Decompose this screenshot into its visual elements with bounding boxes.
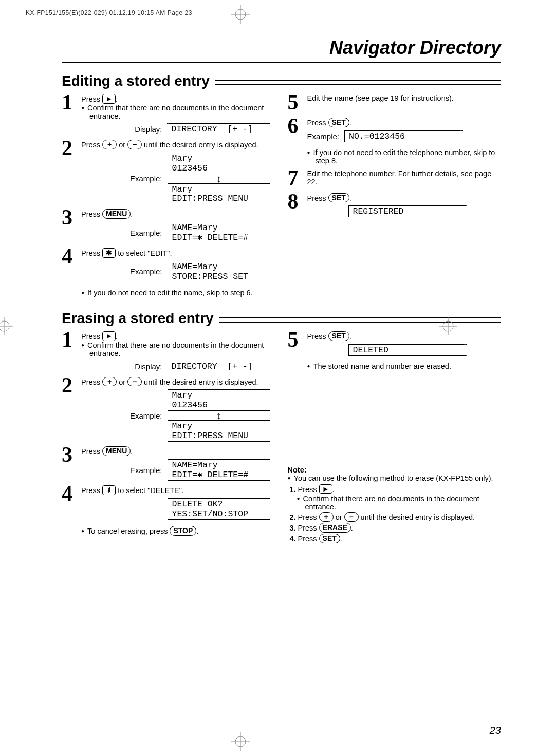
- edit-step-5: 5 Edit the name (see page 19 for instruc…: [288, 92, 502, 113]
- erase-step-4: 4 Press ♯ to select "DELETE". DELETE OK?…: [62, 484, 275, 536]
- lcd-delete-ok: DELETE OK? YES:SET/NO:STOP: [168, 498, 270, 520]
- lcd-mary-num: Mary 0123456: [168, 389, 270, 411]
- section-erasing: Erasing a stored entry: [62, 310, 501, 327]
- set-key: SET: [328, 118, 349, 127]
- crop-mark: [0, 317, 13, 335]
- lcd-mary-num: Mary 0123456: [168, 153, 270, 174]
- hash-key: ♯: [102, 485, 116, 495]
- erase-key: ERASE: [319, 523, 351, 533]
- erase-step-1: 1 Press ►. Confirm that there are no doc…: [62, 330, 275, 372]
- play-icon: ►: [102, 94, 116, 104]
- note-steps: Press ►. Confirm that there are no docum…: [288, 484, 502, 543]
- edit-step-7: 7 Edit the telephone number. For further…: [288, 168, 502, 188]
- set-key: SET: [328, 331, 349, 341]
- page-title-bar: Navigator Directory: [62, 37, 501, 63]
- lcd-name-edit-delete: NAME=Mary EDIT=✱ DELETE=#: [168, 222, 270, 243]
- page-number: 23: [490, 725, 501, 736]
- menu-key: MENU: [102, 446, 131, 456]
- set-key: SET: [328, 193, 349, 203]
- erase-step-5: 5 Press SET. DELETED The stored name and…: [288, 330, 502, 370]
- menu-key: MENU: [102, 209, 131, 219]
- updown-icon: ↨: [168, 175, 270, 183]
- lcd-mary-edit: Mary EDIT:PRESS MENU: [168, 183, 270, 205]
- lcd-no-number: NO.=0123456: [344, 130, 462, 142]
- play-icon: ►: [102, 331, 116, 341]
- page-title: Navigator Directory: [62, 37, 501, 59]
- erase-step-2: 2 Press + or − until the desired entry i…: [62, 375, 275, 442]
- crop-mark: [231, 732, 250, 751]
- section-editing: Editing a stored entry: [62, 73, 501, 89]
- asterisk-key: ✱: [102, 248, 116, 258]
- plus-icon: +: [319, 512, 334, 522]
- crop-mark: [439, 317, 457, 335]
- play-icon: ►: [319, 484, 332, 494]
- edit-step-6: 6 Press SET. Example: NO.=0123456 If you…: [288, 116, 502, 165]
- set-key: SET: [319, 534, 340, 543]
- erase-step-3: 3 Press MENU. Example: NAME=Mary EDIT=✱ …: [62, 445, 275, 481]
- edit-step-4: 4 Press ✱ to select "EDIT". Example: NAM…: [62, 247, 275, 297]
- lcd-directory: DIRECTORY [+ -]: [168, 123, 270, 135]
- edit-step-1: 1 Press ►. Confirm that there are no doc…: [62, 92, 275, 135]
- crop-mark: [231, 5, 250, 24]
- edit-step-8: 8 Press SET. REGISTERED: [288, 192, 502, 218]
- note-heading: Note:: [288, 466, 502, 474]
- edit-step-3: 3 Press MENU. Example: NAME=Mary EDIT=✱ …: [62, 207, 275, 243]
- plus-icon: +: [102, 140, 117, 149]
- minus-icon: −: [127, 377, 142, 387]
- lcd-registered: REGISTERED: [348, 205, 467, 217]
- edit-step-2: 2 Press + or − until the desired entry i…: [62, 138, 275, 205]
- header-code: KX-FP151/155(E)(022-029) 01.12.19 10:15 …: [26, 9, 192, 16]
- lcd-name-store: NAME=Mary STORE:PRESS SET: [168, 261, 270, 282]
- minus-icon: −: [344, 512, 359, 522]
- lcd-name-edit-delete: NAME=Mary EDIT=✱ DELETE=#: [168, 459, 270, 481]
- minus-icon: −: [127, 140, 142, 149]
- plus-icon: +: [102, 377, 117, 387]
- stop-key: STOP: [170, 526, 196, 536]
- updown-icon: ↨: [168, 411, 270, 420]
- lcd-deleted: DELETED: [348, 344, 467, 356]
- lcd-mary-edit: Mary EDIT:PRESS MENU: [168, 420, 270, 442]
- note-intro: You can use the following method to eras…: [296, 474, 502, 482]
- lcd-directory: DIRECTORY [+ -]: [168, 361, 270, 372]
